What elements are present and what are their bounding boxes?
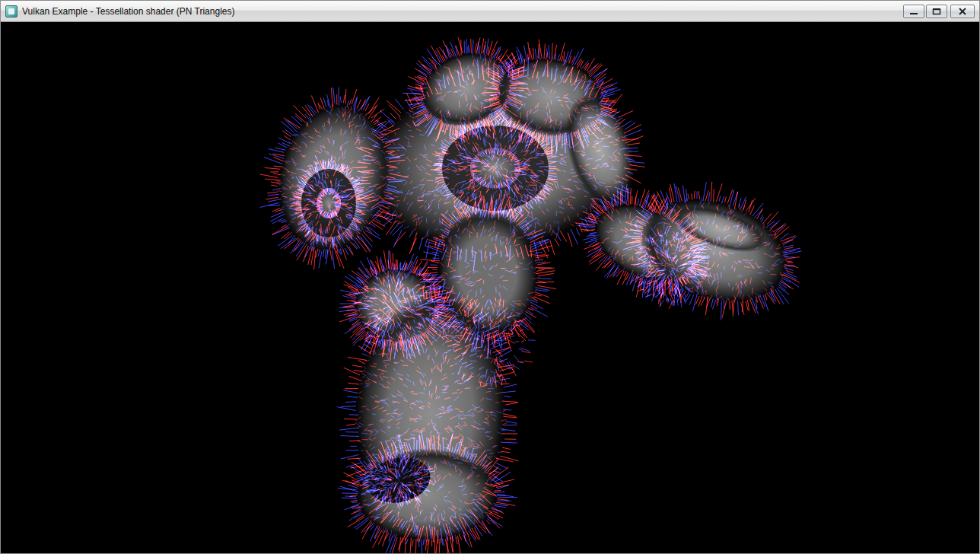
window-controls <box>903 5 975 18</box>
close-icon <box>958 8 967 15</box>
app-window: Vulkan Example - Tessellation shader (PN… <box>0 0 980 554</box>
close-button[interactable] <box>950 5 975 18</box>
window-title: Vulkan Example - Tessellation shader (PN… <box>22 6 903 17</box>
maximize-icon <box>932 8 941 15</box>
minimize-icon <box>909 8 918 15</box>
titlebar[interactable]: Vulkan Example - Tessellation shader (PN… <box>1 1 979 22</box>
minimize-button[interactable] <box>903 5 924 18</box>
maximize-button[interactable] <box>926 5 947 18</box>
render-canvas[interactable] <box>1 22 979 553</box>
app-icon <box>5 5 18 18</box>
